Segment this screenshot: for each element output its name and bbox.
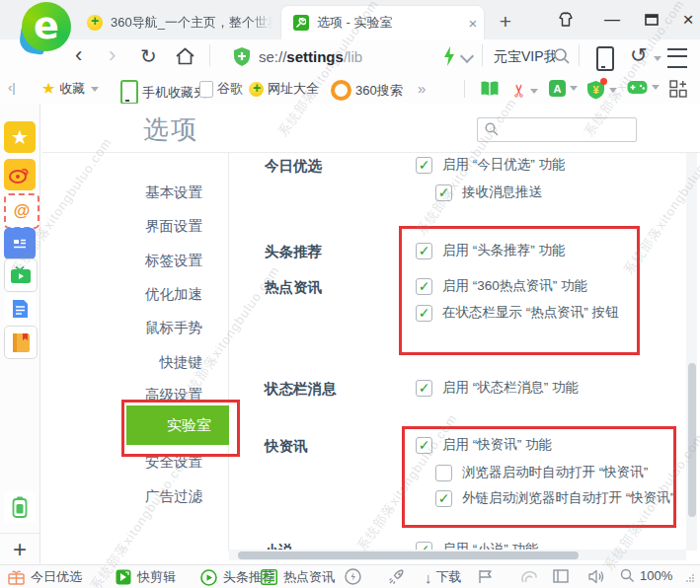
reading-mode-button[interactable] xyxy=(480,80,500,98)
games-button[interactable] xyxy=(627,80,660,95)
sidebar-notes-icon[interactable] xyxy=(4,293,36,325)
tab-360-nav[interactable]: 360导航_一个主页，整个世界 xyxy=(75,6,272,39)
checkbox-label[interactable]: 启用 “头条推荐” 功能 xyxy=(442,242,566,259)
headlines-play-icon xyxy=(200,569,217,586)
checkbox[interactable]: ✓ xyxy=(416,380,432,397)
bookmark-site-directory[interactable]: 网址大全 xyxy=(249,80,319,98)
checkbox[interactable]: ✓ xyxy=(416,243,432,259)
checkbox-label[interactable]: 在状态栏显示 “热点资讯” 按钮 xyxy=(442,304,619,322)
setting-row: ✓ 启用 “状态栏消息” 功能 xyxy=(416,379,579,397)
sidebar-favorites-icon[interactable]: ★ xyxy=(4,121,36,153)
statusbar-split-window-icon[interactable] xyxy=(553,569,569,583)
checkbox[interactable]: ✓ xyxy=(416,278,432,295)
skin-button[interactable] xyxy=(551,8,581,32)
translate-dropdown-icon xyxy=(570,86,578,91)
statusbar-label: 热点资讯 xyxy=(283,568,335,586)
address-url[interactable]: se://settings/lib xyxy=(259,48,362,65)
checkbox[interactable]: ✓ xyxy=(435,490,452,507)
sidebar-notebook-icon[interactable] xyxy=(4,326,38,359)
search-input[interactable]: 元宝VIP我 xyxy=(494,48,555,66)
sidebar-video-icon[interactable] xyxy=(4,258,38,292)
statusbar-ear-mode-icon[interactable] xyxy=(520,569,538,584)
reload-button[interactable]: ↻ xyxy=(140,44,157,68)
statusbar-hot-news[interactable]: 热点资讯 xyxy=(261,568,335,586)
menu-item-security[interactable]: 安全设置 xyxy=(118,451,229,473)
checkbox-label[interactable]: 接收消息推送 xyxy=(462,184,542,201)
statusbar-speaker-icon[interactable] xyxy=(587,569,605,584)
favorites-button[interactable]: ★ 收藏 xyxy=(41,80,99,98)
bookmark-360-search[interactable]: 360搜索 xyxy=(331,80,403,101)
page-title: 选项 xyxy=(143,112,198,147)
tab-options-lab[interactable]: 选项 - 实验室 × xyxy=(281,6,484,39)
sidebar-news-icon[interactable] xyxy=(4,228,36,259)
horizontal-scrollbar-thumb[interactable] xyxy=(238,551,579,559)
screenshot-button[interactable]: ✂ xyxy=(511,80,538,102)
menu-item-advanced[interactable]: 高级设置 xyxy=(118,384,229,405)
undo-dropdown-icon[interactable] xyxy=(654,56,661,61)
statusbar-flag-icon[interactable] xyxy=(478,569,494,584)
checkbox[interactable]: ✓ xyxy=(435,184,452,201)
site-security-icon[interactable] xyxy=(233,46,251,67)
wallet-shield-button[interactable]: ¥ xyxy=(586,80,617,100)
sidebar-weibo-icon[interactable] xyxy=(4,159,36,190)
search-magnifier-icon[interactable] xyxy=(553,47,571,65)
menu-item-adblock[interactable]: 广告过滤 xyxy=(118,485,229,507)
close-window-button[interactable]: × xyxy=(673,8,700,32)
checkbox-label[interactable]: 启用 “今日优选” 功能 xyxy=(442,156,566,174)
checkbox-label[interactable]: 启用 “快资讯” 功能 xyxy=(442,436,552,454)
checkbox-label[interactable]: 启用 “状态栏消息” 功能 xyxy=(442,379,579,397)
statusbar-quick-cut[interactable]: 快剪辑 xyxy=(116,568,176,586)
menu-item-interface[interactable]: 界面设置 xyxy=(118,215,229,237)
bookmarks-overflow-icon[interactable]: » xyxy=(418,80,426,97)
section-label-headlines: 头条推荐 xyxy=(265,243,322,261)
new-tab-button[interactable]: + xyxy=(494,10,517,34)
checkbox-label[interactable]: 外链启动浏览器时自动打开 “快资讯” xyxy=(462,489,674,507)
money-shield-icon: ¥ xyxy=(586,80,605,100)
checkbox[interactable]: ✓ xyxy=(416,157,432,174)
menu-item-basic[interactable]: 基本设置 xyxy=(118,182,229,203)
browser-logo-icon[interactable]: e xyxy=(20,2,71,53)
sidebar-add-button[interactable]: + xyxy=(10,538,30,561)
resize-grip[interactable] xyxy=(685,573,695,583)
maximize-button[interactable] xyxy=(637,8,666,32)
statusbar-download[interactable]: ↓ 下载 xyxy=(425,568,462,586)
main-menu-button[interactable] xyxy=(667,48,687,68)
menu-item-shortcuts[interactable]: 快捷键 xyxy=(118,351,229,373)
mobile-sync-button[interactable] xyxy=(596,46,614,71)
bookmark-mobile-folder[interactable]: 手机收藏夹 xyxy=(120,80,206,105)
url-scheme: se:// xyxy=(259,48,286,65)
checkbox[interactable]: ✓ xyxy=(435,465,452,481)
bookmark-label: 手机收藏夹 xyxy=(142,84,206,102)
back-button[interactable]: ‹ xyxy=(75,42,82,68)
translate-button[interactable]: A xyxy=(549,80,578,97)
statusbar-rocket-icon[interactable] xyxy=(388,568,406,585)
sidebar-battery-icon[interactable] xyxy=(4,491,36,523)
statusbar-today-picks[interactable]: 今日优选 xyxy=(8,568,82,586)
collapse-sidebar-icon[interactable]: ‹| xyxy=(8,80,16,95)
checkbox-label[interactable]: 浏览器启动时自动打开 “快资讯” xyxy=(462,464,648,481)
checkbox[interactable]: ✓ xyxy=(416,437,432,454)
forward-button[interactable]: › xyxy=(109,42,116,68)
favorites-dropdown-icon xyxy=(91,87,99,92)
sidebar-mail-icon[interactable]: @ xyxy=(4,193,39,229)
sidebar-divider xyxy=(0,533,39,534)
checkbox[interactable]: ✓ xyxy=(416,305,432,322)
statusbar-speed-test-icon[interactable] xyxy=(345,568,361,585)
statusbar-zoom[interactable]: 100% xyxy=(620,568,672,583)
minimize-button[interactable]: — xyxy=(597,8,627,32)
menu-item-optimize[interactable]: 优化加速 xyxy=(118,283,229,305)
vertical-scrollbar-thumb[interactable] xyxy=(688,363,696,517)
menu-item-tabs[interactable]: 标签设置 xyxy=(118,250,229,271)
speed-mode-icon[interactable] xyxy=(442,45,456,67)
tab2-close-icon[interactable]: × xyxy=(462,15,484,32)
bookmark-label: 谷歌 xyxy=(217,80,243,98)
undo-closed-tab-button[interactable]: ↺ xyxy=(630,43,648,67)
settings-search-input[interactable] xyxy=(477,117,637,142)
apps-grid-button[interactable] xyxy=(669,80,687,98)
menu-item-lab-active[interactable]: 实验室 xyxy=(126,405,229,445)
menu-item-mouse-gesture[interactable]: 鼠标手势 xyxy=(118,317,229,338)
bookmark-google[interactable]: 谷歌 xyxy=(199,80,243,98)
notification-dot xyxy=(600,78,607,85)
home-button[interactable] xyxy=(175,46,195,66)
checkbox-label[interactable]: 启用 “360热点资讯” 功能 xyxy=(442,277,587,295)
